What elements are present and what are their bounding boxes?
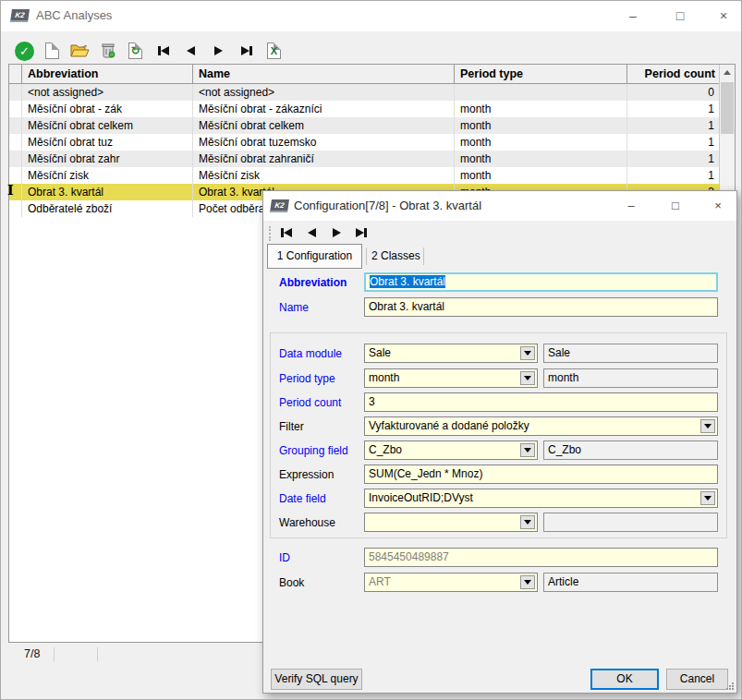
- table-cell[interactable]: Měsíční obrat zahraničí: [193, 151, 455, 167]
- book-combo[interactable]: ART: [364, 573, 538, 592]
- dropdown-button[interactable]: [700, 419, 715, 433]
- toolbar-grip[interactable]: [269, 226, 271, 241]
- warehouse-combo[interactable]: [364, 513, 538, 532]
- cancel-button[interactable]: Cancel: [666, 669, 728, 690]
- table-cell[interactable]: Odběratelé zboží: [22, 200, 193, 217]
- row-selector-cell[interactable]: [9, 117, 22, 134]
- scrollbar-thumb[interactable]: [721, 82, 734, 134]
- dropdown-button[interactable]: [520, 575, 535, 589]
- dialog-minimize-button[interactable]: –: [618, 196, 644, 216]
- table-cell[interactable]: Měsíční obrat - zák: [22, 101, 193, 117]
- table-cell[interactable]: <not assigned>: [193, 84, 455, 101]
- resize-grip[interactable]: [725, 682, 734, 690]
- header-period-type[interactable]: Period type: [455, 65, 627, 83]
- expression-input[interactable]: SUM(Ce_Jedn * Mnoz): [364, 465, 718, 484]
- previous-icon[interactable]: [301, 223, 322, 242]
- table-row[interactable]: Měsíční obrat celkemMěsíční obrat celkem…: [9, 117, 720, 134]
- table-cell[interactable]: Měsíční obrat tuz: [22, 134, 193, 151]
- table-cell[interactable]: 1: [627, 117, 720, 134]
- table-cell[interactable]: 1: [627, 101, 720, 117]
- table-cell[interactable]: month: [455, 167, 627, 184]
- previous-icon[interactable]: [180, 41, 201, 62]
- date_field-combo[interactable]: InvoiceOutRID;DVyst: [364, 489, 718, 508]
- header-period-count[interactable]: Period count: [627, 65, 720, 83]
- table-cell[interactable]: Měsíční obrat zahr: [22, 151, 193, 167]
- warehouse-display[interactable]: [543, 513, 718, 532]
- dropdown-button[interactable]: [520, 443, 535, 457]
- row-selector-cell[interactable]: [9, 84, 22, 101]
- right-triangle-glyph: [241, 46, 249, 55]
- dropdown-button[interactable]: [700, 491, 715, 505]
- table-cell[interactable]: Obrat 3. kvartál: [22, 184, 193, 200]
- close-button[interactable]: ×: [709, 6, 738, 27]
- period_type-display[interactable]: month: [543, 368, 718, 388]
- dialog-maximize-button[interactable]: □: [663, 196, 688, 216]
- book-display[interactable]: Article: [543, 573, 718, 592]
- table-cell[interactable]: Měsíční obrat celkem: [22, 117, 193, 134]
- status-divider: [97, 647, 98, 661]
- row-selector-cell[interactable]: [9, 151, 22, 167]
- table-cell[interactable]: [455, 84, 627, 101]
- grouping_field-combo[interactable]: C_Zbo: [364, 441, 538, 460]
- table-cell[interactable]: month: [455, 134, 627, 151]
- open-icon[interactable]: [69, 41, 91, 62]
- tab-configuration[interactable]: 1 Configuration: [267, 244, 362, 269]
- tab-classes[interactable]: 2 Classes: [371, 244, 420, 269]
- first-icon[interactable]: [152, 41, 174, 62]
- excel-export-icon[interactable]: X: [263, 41, 285, 62]
- last-icon[interactable]: [351, 223, 371, 242]
- new-icon[interactable]: [42, 41, 63, 62]
- refresh-icon[interactable]: ↻: [125, 41, 146, 62]
- dropdown-button[interactable]: [520, 346, 535, 360]
- header-name[interactable]: Name: [193, 65, 455, 83]
- name-label: Name: [279, 301, 309, 314]
- filter-combo[interactable]: Vyfakturované a dodané položky: [364, 416, 718, 436]
- status-divider: [54, 647, 55, 661]
- id-input[interactable]: 5845450489887: [364, 548, 718, 567]
- table-cell[interactable]: 1: [627, 167, 720, 184]
- abbreviation-input[interactable]: Obrat 3. kvartál: [364, 272, 718, 292]
- table-cell[interactable]: month: [455, 101, 627, 117]
- header-abbreviation[interactable]: Abbreviation: [22, 65, 193, 83]
- row-selector-cell[interactable]: [9, 134, 22, 151]
- table-cell[interactable]: month: [455, 117, 627, 134]
- maximize-button[interactable]: □: [665, 6, 695, 27]
- table-cell[interactable]: Měsíční obrat tuzemsko: [193, 134, 455, 151]
- minimize-button[interactable]: –: [618, 6, 648, 27]
- table-row[interactable]: <not assigned><not assigned>0: [9, 84, 720, 101]
- table-cell[interactable]: Měsíční zisk: [22, 167, 193, 184]
- dropdown-button[interactable]: [520, 515, 535, 529]
- dialog-close-button[interactable]: ×: [705, 196, 731, 216]
- verify-sql-query-button[interactable]: Verify SQL query: [271, 669, 362, 690]
- period_type-combo[interactable]: month: [364, 368, 538, 388]
- table-cell[interactable]: 1: [627, 151, 720, 167]
- table-row[interactable]: Měsíční obrat tuzMěsíční obrat tuzemskom…: [9, 134, 720, 151]
- grouping_field-display[interactable]: C_Zbo: [543, 441, 718, 460]
- period_count-input[interactable]: 3: [364, 392, 718, 412]
- data_module-display[interactable]: Sale: [543, 344, 718, 363]
- table-cell[interactable]: <not assigned>: [22, 84, 193, 101]
- table-cell[interactable]: Měsíční obrat celkem: [193, 117, 455, 134]
- next-icon[interactable]: [326, 223, 347, 242]
- table-row[interactable]: Měsíční ziskMěsíční ziskmonth1: [9, 167, 720, 184]
- delete-icon[interactable]: [97, 41, 118, 62]
- table-row[interactable]: Měsíční obrat - zákMěsíční obrat - zákaz…: [9, 101, 720, 117]
- first-icon[interactable]: [276, 223, 297, 242]
- next-icon[interactable]: [208, 41, 229, 62]
- ok-button[interactable]: OK: [590, 669, 659, 690]
- row-selector-cell[interactable]: [9, 101, 22, 117]
- name-input[interactable]: Obrat 3. kvartál: [364, 297, 718, 317]
- table-cell[interactable]: Měsíční obrat - zákazníci: [193, 101, 455, 117]
- row-selector-cell[interactable]: [9, 167, 22, 184]
- scroll-up-button[interactable]: [720, 65, 735, 80]
- table-cell[interactable]: Měsíční zisk: [193, 167, 455, 184]
- confirm-icon[interactable]: ✓: [14, 41, 35, 62]
- table-cell[interactable]: month: [455, 151, 627, 167]
- dropdown-button[interactable]: [520, 371, 535, 385]
- table-cell[interactable]: 1: [627, 134, 720, 151]
- data_module-combo[interactable]: Sale: [364, 344, 538, 363]
- table-cell[interactable]: 0: [627, 84, 720, 101]
- table-row[interactable]: Měsíční obrat zahrMěsíční obrat zahranič…: [9, 151, 720, 167]
- row-selector-cell[interactable]: [9, 200, 22, 217]
- last-icon[interactable]: [236, 41, 257, 62]
